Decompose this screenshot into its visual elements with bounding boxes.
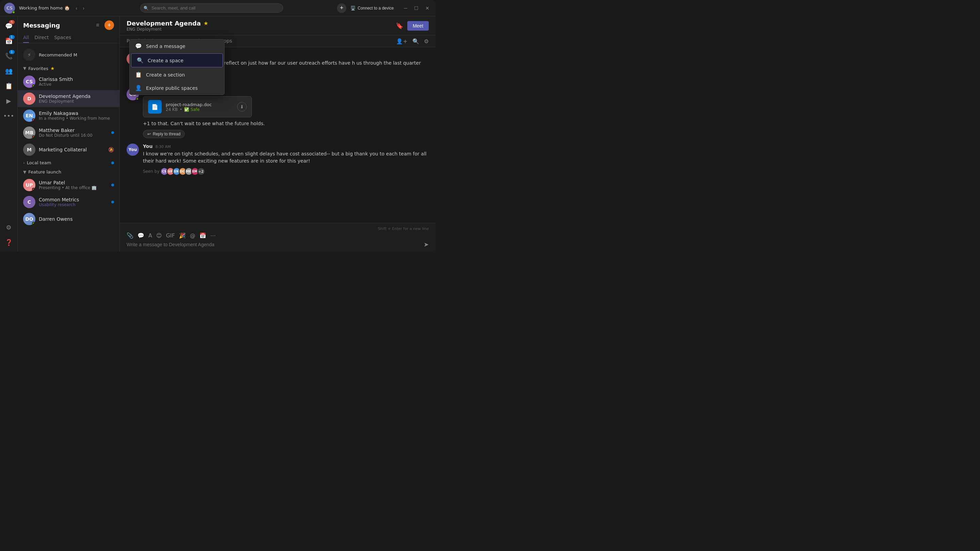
filter-button[interactable]: ≡ xyxy=(93,21,102,30)
input-hint: Shift + Enter for a new line xyxy=(127,227,429,231)
favorites-section-header[interactable]: ▼ Favorites ★ xyxy=(18,64,119,73)
chat-info-umar: Umar Patel Presenting • At the office 🏢 xyxy=(39,180,108,190)
local-team-label: Local team xyxy=(27,160,51,165)
forward-button[interactable]: › xyxy=(81,4,86,12)
back-button[interactable]: ‹ xyxy=(74,4,80,12)
compose-button[interactable]: + xyxy=(105,21,114,30)
sidebar-item-messaging[interactable]: 💬 5 xyxy=(2,19,16,33)
channel-header: Development Agenda ★ ENG Deployment 🔖 Me… xyxy=(120,16,436,35)
tab-spaces[interactable]: Spaces xyxy=(54,33,71,43)
chat-item-darren[interactable]: DO Darren Owens xyxy=(18,211,119,227)
sidebar-list: ⚡ Recommended M ▼ Favorites ★ CS C xyxy=(18,44,119,252)
search-input[interactable] xyxy=(140,3,283,13)
chat-name-marketing: Marketing Collateral xyxy=(39,147,105,152)
dropdown-create-space[interactable]: 🔍 Create a space xyxy=(131,53,223,67)
chat-item-common-metrics[interactable]: C Common Metrics Usability research xyxy=(18,194,119,211)
input-bar: Shift + Enter for a new line 📎 💬 A 😊 GIF… xyxy=(120,223,436,252)
message-time-you: 8:30 AM xyxy=(155,144,170,149)
add-button[interactable]: + xyxy=(337,3,347,13)
tab-all[interactable]: All xyxy=(23,33,29,43)
mention-icon[interactable]: @ xyxy=(190,232,195,239)
local-team-section-header[interactable]: › Local team xyxy=(18,158,119,167)
emoji-icon[interactable]: 😊 xyxy=(156,232,162,239)
chat-item-matthew[interactable]: MB Matthew Baker Do Not Disturb until 16… xyxy=(18,124,119,141)
unread-dot-matthew xyxy=(111,131,114,134)
dropdown-explore-spaces[interactable]: 👤 Explore public spaces xyxy=(130,81,224,95)
create-section-label: Create a section xyxy=(146,72,185,78)
meeting-icon[interactable]: 📅 xyxy=(199,232,206,239)
format-text-icon[interactable]: 💬 xyxy=(137,232,144,239)
send-button[interactable]: ➤ xyxy=(424,241,429,248)
create-section-icon: 📋 xyxy=(135,71,142,78)
sidebar-item-activity[interactable]: ▶ xyxy=(2,94,16,108)
seen-more-count: +2 xyxy=(197,167,205,176)
dropdown-create-section[interactable]: 📋 Create a section xyxy=(130,68,224,81)
file-name: project-roadmap.doc xyxy=(166,102,233,107)
avatar-emily: EN xyxy=(23,110,35,122)
chat-item-dev-agenda[interactable]: D Development Agenda ENG Deployment xyxy=(18,90,119,107)
connect-device-button[interactable]: 🖥️ Connect to a device xyxy=(350,6,394,11)
search-channel-icon[interactable]: 🔍 xyxy=(412,38,419,44)
avatar-marketing: M xyxy=(23,143,35,156)
local-team-unread-dot xyxy=(111,162,114,164)
explore-spaces-label: Explore public spaces xyxy=(146,86,198,91)
help-button[interactable]: ❓ xyxy=(2,235,16,249)
seen-by-avatars: CS UP EN DO MB EM +2 xyxy=(162,167,205,176)
font-icon[interactable]: A xyxy=(148,232,152,239)
chat-item-marketing[interactable]: M Marketing Collateral 🔕 xyxy=(18,141,119,158)
chat-preview-dev-agenda: ENG Deployment xyxy=(39,99,114,104)
dropdown-send-message[interactable]: 💬 Send a message xyxy=(130,40,224,53)
chat-info-dev-agenda: Development Agenda ENG Deployment xyxy=(39,94,114,104)
maximize-button[interactable]: ☐ xyxy=(412,5,421,11)
user-status-dot xyxy=(12,11,15,14)
recommended-icon: ⚡ xyxy=(23,49,35,61)
message-text-clarissa: +1 to that. Can't wait to see what the f… xyxy=(143,120,429,127)
feature-launch-section-header[interactable]: ▼ Feature launch xyxy=(18,167,119,176)
settings-channel-icon[interactable]: ⚙️ xyxy=(424,38,429,44)
more-tools-icon[interactable]: ⋯ xyxy=(210,232,216,239)
file-meta: 24 KB • ✅ Safe xyxy=(166,107,233,112)
sidebar-item-calendar[interactable]: 📅 1 xyxy=(2,34,16,48)
recommended-item[interactable]: ⚡ Recommended M xyxy=(18,46,119,64)
avatar-common-metrics: C xyxy=(23,196,35,208)
sidebar-item-calls[interactable]: 📞 1 xyxy=(2,49,16,63)
message-sender-you: You xyxy=(143,143,153,149)
channel-header-right: 🔖 Meet xyxy=(396,21,429,30)
file-download-button[interactable]: ⬇ xyxy=(237,102,247,111)
chat-info-emily: Emily Nakagawa In a meeting • Working fr… xyxy=(39,111,114,121)
close-button[interactable]: ✕ xyxy=(423,5,431,11)
gif-icon[interactable]: GIF xyxy=(166,232,175,239)
chat-name-matthew: Matthew Baker xyxy=(39,127,108,133)
chat-name-common-metrics: Common Metrics xyxy=(39,197,108,202)
dropdown-menu: 💬 Send a message 🔍 Create a space 📋 Crea… xyxy=(129,39,224,95)
file-safe: ✅ Safe xyxy=(184,107,199,112)
reply-to-thread-button[interactable]: ↩ Reply to thread xyxy=(143,130,185,138)
chat-item-emily[interactable]: EN Emily Nakagawa In a meeting • Working… xyxy=(18,107,119,124)
local-team-toggle-icon: › xyxy=(23,160,25,165)
status-dot-matthew xyxy=(32,135,35,138)
save-icon[interactable]: 🔖 xyxy=(396,22,403,29)
sidebar-item-more[interactable]: ••• xyxy=(2,109,16,122)
chat-info-marketing: Marketing Collateral xyxy=(39,147,105,152)
channel-subtitle: ENG Deployment xyxy=(127,27,208,32)
add-people-icon[interactable]: 👤+ xyxy=(396,38,407,44)
tab-direct[interactable]: Direct xyxy=(34,33,49,43)
sidebar-item-tasks[interactable]: 📋 xyxy=(2,79,16,92)
settings-button[interactable]: ⚙️ xyxy=(2,221,16,234)
explore-spaces-icon: 👤 xyxy=(135,85,142,91)
attach-icon[interactable]: 📎 xyxy=(127,232,134,239)
chat-name-emily: Emily Nakagawa xyxy=(39,111,114,116)
more-icon: ••• xyxy=(3,112,14,119)
unread-dot-common-metrics xyxy=(111,201,114,203)
minimize-button[interactable]: ─ xyxy=(402,5,409,11)
message-group-clarissa: CS Clarissa Smith 8:28 AM 📄 project-road… xyxy=(127,88,429,138)
seen-by-label: Seen by xyxy=(143,169,159,174)
sidebar-item-people[interactable]: 👥 xyxy=(2,64,16,78)
chat-item-umar[interactable]: UP Umar Patel Presenting • At the office… xyxy=(18,176,119,194)
message-input[interactable] xyxy=(127,242,421,247)
chat-item-clarissa[interactable]: CS Clarissa Smith Active xyxy=(18,73,119,90)
input-field-row: ➤ xyxy=(127,241,429,248)
meet-button[interactable]: Meet xyxy=(407,21,429,30)
sticker-icon[interactable]: 🎉 xyxy=(179,232,186,239)
chat-preview-clarissa: Active xyxy=(39,82,114,87)
